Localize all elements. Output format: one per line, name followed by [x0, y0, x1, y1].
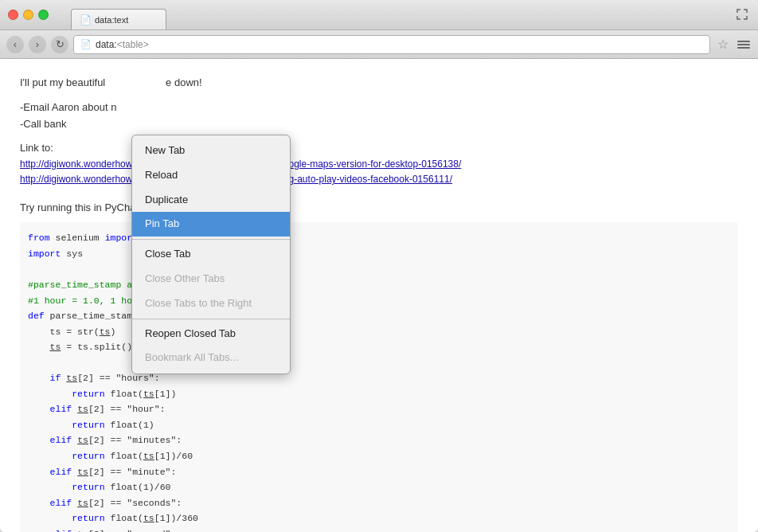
menu-icon-line3: [737, 47, 750, 49]
context-menu: New Tab Reload Duplicate Pin Tab Close T…: [131, 135, 291, 374]
tab-label: data:text: [95, 15, 158, 25]
back-icon: ‹: [14, 38, 17, 50]
forward-icon: ›: [36, 38, 39, 50]
reload-icon: ↻: [56, 38, 64, 50]
page-text-2: -Email Aaron about n -Call bank: [20, 100, 738, 133]
ctx-reload[interactable]: Reload: [132, 163, 290, 188]
browser-tab[interactable]: data:text: [71, 9, 166, 29]
forward-button[interactable]: ›: [29, 36, 46, 53]
maximize-button[interactable]: [38, 10, 49, 20]
ctx-duplicate[interactable]: Duplicate: [132, 188, 290, 213]
star-icon: ☆: [717, 37, 729, 52]
reload-button[interactable]: ↻: [51, 36, 68, 53]
close-button[interactable]: [8, 10, 18, 20]
ctx-close-tabs-right: Close Tabs to the Right: [132, 291, 290, 316]
ctx-new-tab[interactable]: New Tab: [132, 139, 290, 163]
link-1[interactable]: http://digiwonk.wonderhowto.com/how-to/r…: [20, 157, 738, 172]
ctx-separator-2: [132, 319, 290, 319]
ctx-close-tab[interactable]: Close Tab: [132, 242, 290, 267]
menu-icon-line2: [737, 44, 750, 45]
page-content: I'll put my beautiful e down! -Email Aar…: [0, 59, 758, 532]
titlebar: data:text: [0, 0, 758, 30]
addressbar: ‹ › ↻ 📄 data:<table> ☆: [0, 30, 758, 59]
fullscreen-button[interactable]: [734, 6, 750, 22]
ctx-bookmark-all-tabs: Bookmark All Tabs...: [132, 346, 290, 370]
address-field[interactable]: 📄 data:<table>: [73, 35, 710, 54]
menu-icon-line1: [737, 41, 750, 42]
ctx-reopen-closed-tab[interactable]: Reopen Closed Tab: [132, 322, 290, 346]
tab-favicon: [80, 14, 91, 26]
ctx-separator-1: [132, 239, 290, 240]
page-icon: 📄: [80, 39, 92, 49]
page-text-1: I'll put my beautiful e down!: [20, 75, 738, 92]
back-button[interactable]: ‹: [6, 36, 24, 53]
traffic-lights: [8, 10, 49, 20]
minimize-button[interactable]: [23, 10, 33, 20]
page-links: Link to: http://digiwonk.wonderhowto.com…: [20, 140, 738, 187]
browser-menu-button[interactable]: [736, 37, 752, 53]
browser-window: data:text ‹ › ↻ 📄 data:<table> ☆: [0, 0, 758, 532]
code-block: from selenium import webdriver import sy…: [20, 222, 738, 532]
code-section-title: Try running this in PyCharm:: [20, 200, 738, 217]
address-text: data:<table>: [96, 39, 149, 50]
bookmark-button[interactable]: ☆: [715, 37, 731, 53]
ctx-pin-tab[interactable]: Pin Tab: [132, 212, 290, 237]
ctx-close-other-tabs: Close Other Tabs: [132, 267, 290, 291]
link-2[interactable]: http://digiwonk.wonderhowto.com/how-to/d…: [20, 172, 738, 187]
